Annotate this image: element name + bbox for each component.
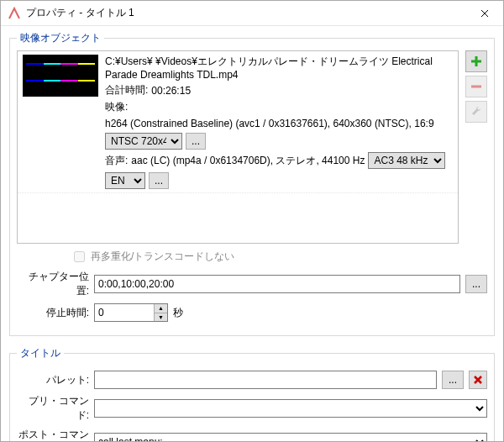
close-button[interactable] (465, 1, 503, 25)
video-codec: h264 (Constrained Baseline) (avc1 / 0x31… (105, 118, 434, 129)
duration-label: 合計時間: (105, 83, 148, 97)
remux-checkbox[interactable] (74, 251, 85, 262)
remux-option: 再多重化/トランスコードしない (71, 249, 487, 265)
title-group: タイトル パレット: ... プリ・コマンド: ポスト・コマンド: call l… (9, 346, 495, 442)
remove-video-button[interactable] (465, 76, 487, 97)
app-icon (8, 7, 21, 20)
spin-up[interactable]: ▲ (154, 304, 167, 313)
add-video-button[interactable] (465, 50, 487, 72)
video-path: C:¥Users¥ ¥Videos¥エレクトリカルパレード・ドリームライツ El… (105, 55, 453, 81)
video-objects-legend: 映像オブジェクト (17, 31, 104, 45)
plus-icon (470, 55, 483, 68)
video-objects-list[interactable]: C:¥Users¥ ¥Videos¥エレクトリカルパレード・ドリームライツ El… (17, 50, 459, 244)
chapter-label: チャプター位置: (17, 270, 89, 298)
audio-codec: aac (LC) (mp4a / 0x6134706D), ステレオ, 4410… (131, 154, 365, 168)
audio-format-select[interactable]: AC3 48 kHz (368, 152, 445, 169)
wrench-icon (470, 105, 483, 118)
titlebar: プロパティ - タイトル 1 (1, 1, 503, 26)
spin-down[interactable]: ▼ (154, 313, 167, 321)
window-title: プロパティ - タイトル 1 (26, 6, 465, 20)
audio-lang-select[interactable]: EN (105, 172, 145, 189)
audio-codec-label: 音声: (105, 154, 128, 168)
video-item[interactable]: C:¥Users¥ ¥Videos¥エレクトリカルパレード・ドリームライツ El… (18, 51, 458, 193)
palette-label: パレット: (17, 373, 89, 387)
post-command-select[interactable]: call last menu; (94, 433, 487, 442)
palette-browse-button[interactable]: ... (442, 371, 464, 389)
remux-label: 再多重化/トランスコードしない (91, 250, 234, 264)
chapter-browse-button[interactable]: ... (465, 275, 487, 293)
duration-value: 00:26:15 (151, 85, 191, 97)
audio-props-button[interactable]: ... (149, 172, 169, 189)
pause-label: 停止時間: (17, 306, 89, 320)
video-thumbnail (23, 55, 98, 97)
pause-input[interactable] (95, 304, 154, 321)
title-legend: タイトル (17, 346, 64, 360)
post-command-label: ポスト・コマンド: (17, 428, 89, 442)
video-settings-button[interactable] (465, 101, 487, 123)
video-codec-label: 映像: (105, 100, 128, 114)
close-icon (480, 9, 489, 18)
palette-input[interactable] (94, 371, 437, 389)
minus-icon (470, 80, 483, 93)
x-icon (473, 375, 483, 385)
pre-command-select[interactable] (94, 399, 487, 418)
pause-unit: 秒 (173, 306, 183, 320)
video-props-button[interactable]: ... (186, 133, 206, 150)
palette-delete-button[interactable] (469, 371, 487, 389)
video-format-select[interactable]: NTSC 720x480 (105, 133, 182, 150)
pause-spinner[interactable]: ▲ ▼ (94, 303, 168, 322)
chapter-input[interactable] (94, 275, 460, 293)
pre-command-label: プリ・コマンド: (17, 394, 89, 423)
video-objects-group: 映像オブジェクト C:¥Users¥ ¥Videos¥エレクトリカルパレード・ド… (9, 31, 495, 336)
